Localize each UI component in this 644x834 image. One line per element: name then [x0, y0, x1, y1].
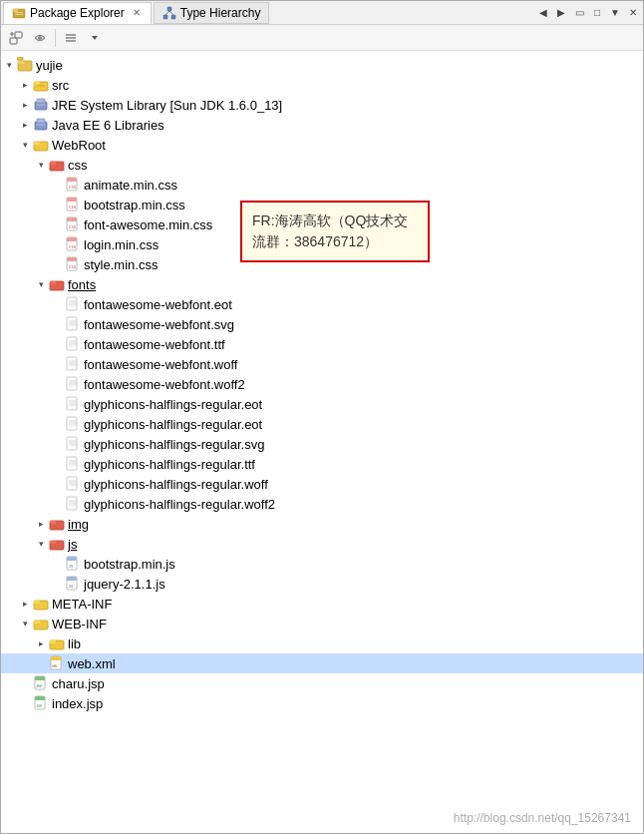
tree-item-web-inf[interactable]: ▾ WEB-INF — [1, 614, 643, 633]
svg-text:XML: XML — [52, 664, 58, 668]
expand-web-inf[interactable]: ▾ — [17, 616, 33, 631]
glyph-file-icon4 — [65, 456, 81, 472]
expand-yujie[interactable]: ▾ — [1, 57, 17, 73]
svg-marker-17 — [92, 36, 98, 40]
tree-item-fa-eot[interactable]: ▸ fontawesome-webfont.eot — [1, 294, 643, 314]
tree-item-lib[interactable]: ▸ lib — [1, 633, 643, 653]
expand-fonts[interactable]: ▾ — [33, 276, 49, 292]
tree-item-glyph-eot2[interactable]: ▸ glyphicons-halflings-regular.eot — [1, 414, 643, 434]
charu-jsp-label: charu.jsp — [52, 676, 105, 691]
js-file-icon2: JS — [65, 576, 81, 592]
expand-js[interactable]: ▾ — [33, 536, 49, 552]
svg-text:JS: JS — [69, 564, 74, 569]
glyph-woff2-label: glyphicons-halflings-regular.woff2 — [84, 497, 275, 512]
tree-item-fa-ttf[interactable]: ▸ fontawesome-webfont.ttf — [1, 334, 643, 354]
webroot-label: WebRoot — [52, 138, 106, 153]
tree-item-glyph-eot[interactable]: ▸ glyphicons-halflings-regular.eot — [1, 394, 643, 414]
tree-item-js[interactable]: ▾ js — [1, 534, 643, 554]
img-folder-icon — [49, 516, 65, 532]
tree-item-fonts[interactable]: ▾ fonts — [1, 274, 643, 294]
svg-rect-87 — [67, 477, 77, 490]
glyph-ttf-label: glyphicons-halflings-regular.ttf — [84, 457, 255, 472]
jquery-js-label: jquery-2.1.1.js — [84, 577, 165, 592]
expand-meta-inf[interactable]: ▸ — [17, 596, 33, 612]
glyph-eot2-label: glyphicons-halflings-regular.eot — [84, 417, 262, 432]
font-file-icon2 — [65, 316, 81, 332]
img-label: img — [68, 517, 89, 532]
maximize-btn[interactable]: □ — [589, 5, 605, 21]
svg-rect-110 — [50, 640, 56, 643]
lib-folder-icon — [49, 635, 65, 651]
tree-item-jre[interactable]: ▸ JRE System Library [Sun JDK 1.6.0_13] — [1, 95, 643, 115]
tab-type-hierarchy[interactable]: Type Hierarchy — [154, 2, 270, 24]
glyph-file-icon3 — [65, 436, 81, 452]
tree-item-fa-woff2[interactable]: ▸ fontawesome-webfont.woff2 — [1, 374, 643, 394]
tree-item-fa-svg[interactable]: ▸ fontawesome-webfont.svg — [1, 314, 643, 334]
tab-package-explorer-close[interactable]: ✕ — [131, 7, 143, 19]
svg-rect-100 — [67, 557, 77, 561]
font-file-icon3 — [65, 336, 81, 352]
svg-rect-9 — [10, 38, 17, 44]
collapse-all-btn[interactable] — [5, 27, 27, 49]
tree-item-glyph-ttf[interactable]: ▸ glyphicons-halflings-regular.ttf — [1, 454, 643, 474]
dropdown-btn[interactable] — [84, 27, 106, 49]
expand-webroot[interactable]: ▾ — [17, 137, 33, 153]
tree-item-index-jsp[interactable]: ▸ JSP index.jsp — [1, 693, 643, 713]
tree-item-img[interactable]: ▸ img — [1, 514, 643, 534]
svg-text:CSS: CSS — [69, 224, 77, 229]
tree-item-glyph-woff[interactable]: ▸ glyphicons-halflings-regular.woff — [1, 474, 643, 494]
close-view-btn[interactable]: ✕ — [625, 5, 641, 21]
svg-rect-31 — [34, 142, 40, 145]
nav-forward-btn[interactable]: ▶ — [553, 5, 569, 21]
svg-text:CSS: CSS — [69, 205, 77, 209]
tree-item-meta-inf[interactable]: ▸ META-INF — [1, 594, 643, 614]
expand-jre[interactable]: ▸ — [17, 97, 33, 113]
jre-label: JRE System Library [Sun JDK 1.6.0_13] — [52, 98, 282, 113]
tree-content[interactable]: ▾ yujie ▸ src — [1, 51, 643, 833]
tab-bar: Package Explorer ✕ Type Hierarchy ◀ ▶ ▭ … — [1, 1, 643, 25]
webroot-folder-icon — [33, 137, 49, 153]
fa-woff-label: fontawesome-webfont.woff — [84, 357, 237, 372]
font-file-icon5 — [65, 376, 81, 392]
tree-item-web-xml[interactable]: ▸ XML web.xml — [1, 653, 643, 673]
svg-rect-50 — [50, 281, 56, 284]
svg-text:JSP: JSP — [36, 704, 42, 708]
view-menu-btn[interactable]: ▼ — [607, 5, 623, 21]
expand-css[interactable]: ▾ — [33, 157, 49, 173]
nav-back-btn[interactable]: ◀ — [535, 5, 551, 21]
tree-item-webroot[interactable]: ▾ WebRoot — [1, 135, 643, 155]
tree-item-css[interactable]: ▾ css — [1, 155, 643, 175]
glyph-file-icon — [65, 396, 81, 412]
expand-src[interactable]: ▸ — [17, 77, 33, 93]
svg-line-7 — [165, 11, 169, 15]
tree-item-jquery-js[interactable]: ▸ JS jquery-2.1.1.js — [1, 574, 643, 594]
web-inf-label: WEB-INF — [52, 617, 107, 631]
tree-item-javaee[interactable]: ▸ Java EE 6 Libraries — [1, 115, 643, 135]
svg-rect-108 — [34, 621, 40, 624]
svg-rect-6 — [171, 15, 175, 19]
src-folder-icon — [33, 77, 49, 93]
fa-woff2-label: fontawesome-webfont.woff2 — [84, 377, 245, 392]
fa-ttf-label: fontawesome-webfont.ttf — [84, 337, 225, 352]
expand-lib[interactable]: ▸ — [33, 635, 49, 651]
tree-item-bootstrap-js[interactable]: ▸ JS bootstrap.min.js — [1, 554, 643, 574]
expand-javaee[interactable]: ▸ — [17, 117, 33, 133]
svg-rect-3 — [15, 14, 23, 15]
tree-item-glyph-svg[interactable]: ▸ glyphicons-halflings-regular.svg — [1, 434, 643, 454]
meta-inf-folder-icon — [33, 596, 49, 612]
tree-item-src[interactable]: ▸ src — [1, 75, 643, 95]
fonts-folder-icon — [49, 276, 65, 292]
web-inf-folder-icon — [33, 616, 49, 631]
js-file-icon: JS — [65, 556, 81, 572]
expand-img[interactable]: ▸ — [33, 516, 49, 532]
link-editor-btn[interactable] — [29, 27, 51, 49]
minimize-btn[interactable]: ▭ — [571, 5, 587, 21]
tree-item-animate-css[interactable]: ▸ CSS animate.min.css — [1, 175, 643, 195]
tree-item-charu-jsp[interactable]: ▸ JSP charu.jsp — [1, 673, 643, 693]
svg-rect-35 — [67, 178, 77, 182]
view-menu-toolbar-btn[interactable] — [60, 27, 82, 49]
tree-item-glyph-woff2[interactable]: ▸ glyphicons-halflings-regular.woff2 — [1, 494, 643, 514]
tree-item-fa-woff[interactable]: ▸ fontawesome-webfont.woff — [1, 354, 643, 374]
tree-item-yujie[interactable]: ▾ yujie — [1, 55, 643, 75]
tab-package-explorer[interactable]: Package Explorer ✕ — [3, 2, 152, 24]
